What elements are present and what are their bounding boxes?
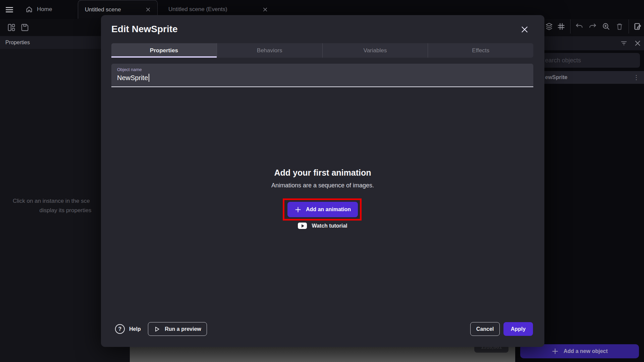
edit-sprite-dialog: Edit NewSprite Properties Behaviors Vari… [101,15,544,347]
layers-icon[interactable] [543,21,555,32]
redo-icon[interactable] [587,21,598,32]
add-animation-label: Add an animation [306,206,351,213]
dialog-close-icon[interactable] [519,24,530,35]
tab-home[interactable]: Home [19,0,69,19]
toolbar-divider [629,19,629,34]
panels-layout-icon[interactable] [7,23,16,32]
filter-icon[interactable] [618,38,630,49]
home-icon [25,6,33,13]
watch-tutorial-label: Watch tutorial [312,223,347,229]
tab-events-label: Untitled scene (Events) [168,6,227,13]
empty-state-subtitle: Animations are a sequence of images. [101,182,544,189]
kebab-menu-icon[interactable]: ⋮ [633,71,639,84]
panel-close-icon[interactable] [632,38,643,49]
run-preview-label: Run a preview [165,326,201,332]
youtube-icon [298,223,307,229]
object-name-label: Object name [117,67,528,72]
tab-effects[interactable]: Effects [428,43,533,58]
tab-close-icon[interactable] [263,7,268,12]
empty-state-title: Add your first animation [101,168,544,178]
play-icon [154,326,160,333]
properties-empty-message-line1: Click on an instance in the sce [13,198,90,204]
save-icon[interactable] [20,23,30,32]
tab-properties[interactable]: Properties [111,43,217,58]
apply-button[interactable]: Apply [503,322,533,336]
plus-icon [294,206,302,213]
undo-icon[interactable] [574,21,585,32]
app-root: Home Untitled scene Untitled scene (Even… [0,0,644,362]
tab-variables[interactable]: Variables [322,43,428,58]
hamburger-menu-icon[interactable] [4,5,15,15]
tab-close-icon[interactable] [146,7,151,12]
help-button[interactable]: ? Help [115,322,141,336]
dialog-tab-bar: Properties Behaviors Variables Effects [111,43,533,58]
toolbar-divider [570,19,571,34]
properties-panel-title: Properties [5,40,30,46]
grid-icon[interactable] [555,21,567,32]
help-icon: ? [115,324,125,334]
dialog-title: Edit NewSprite [111,24,178,35]
object-item-label: ewSprite [545,74,568,80]
tab-home-label: Home [37,6,52,13]
text-caret [149,74,149,82]
tab-behaviors[interactable]: Behaviors [217,43,322,58]
cancel-button[interactable]: Cancel [470,322,500,336]
search-objects-input[interactable] [540,53,640,68]
edit-scene-icon[interactable] [632,21,643,32]
add-animation-button[interactable]: Add an animation [287,202,358,217]
scene-canvas[interactable] [130,347,515,362]
object-name-field[interactable]: Object name NewSprite [111,64,533,87]
run-preview-button[interactable]: Run a preview [148,322,207,336]
zoom-in-icon[interactable] [600,21,612,32]
trash-icon[interactable] [614,21,625,32]
watch-tutorial-link[interactable]: Watch tutorial [101,223,544,229]
object-name-input[interactable]: NewSprite [117,74,528,82]
add-new-object-label: Add a new object [564,348,608,354]
tab-scene-label: Untitled scene [85,6,121,13]
help-label: Help [129,326,141,332]
plus-icon [551,348,559,355]
